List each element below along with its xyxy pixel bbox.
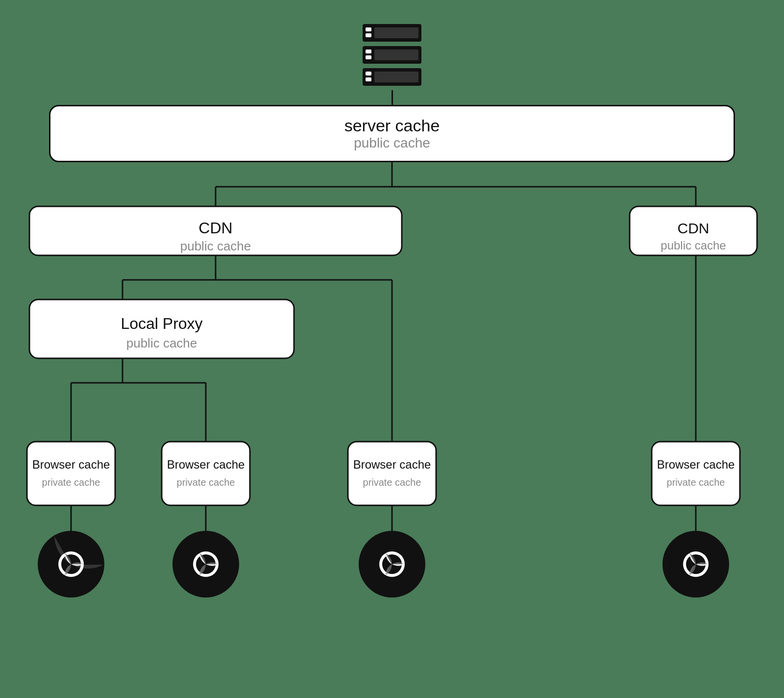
svg-rect-47	[652, 442, 740, 505]
svg-text:Browser cache: Browser cache	[32, 458, 110, 471]
svg-rect-44	[348, 442, 436, 505]
svg-rect-10	[366, 77, 371, 81]
svg-text:private cache: private cache	[177, 477, 235, 488]
svg-rect-9	[366, 72, 371, 75]
server-cache-box: server cache public cache	[49, 105, 735, 162]
svg-rect-6	[366, 55, 371, 59]
server-cache-subtitle: public cache	[354, 135, 430, 151]
svg-text:private cache: private cache	[42, 477, 100, 488]
svg-text:CDN: CDN	[198, 219, 232, 237]
svg-rect-3	[374, 27, 418, 38]
svg-rect-7	[374, 50, 418, 60]
svg-text:Local Proxy: Local Proxy	[121, 315, 202, 332]
svg-rect-5	[366, 50, 371, 53]
cache-hierarchy-diagram: server cache public cache	[24, 22, 760, 677]
svg-text:Browser cache: Browser cache	[167, 458, 245, 471]
svg-text:private cache: private cache	[667, 477, 725, 488]
server-cache-title: server cache	[344, 116, 440, 135]
tree-connections-svg: CDN public cache CDN public cache Local …	[24, 162, 760, 677]
svg-text:CDN: CDN	[678, 220, 710, 236]
svg-rect-38	[27, 442, 115, 505]
svg-text:public cache: public cache	[126, 336, 197, 350]
svg-rect-1	[366, 27, 371, 31]
v-connector-top	[392, 90, 393, 105]
svg-text:public cache: public cache	[180, 239, 251, 253]
svg-text:private cache: private cache	[363, 477, 421, 488]
svg-text:public cache: public cache	[661, 239, 726, 252]
svg-rect-2	[366, 33, 371, 37]
svg-text:Browser cache: Browser cache	[657, 458, 735, 471]
svg-rect-41	[162, 442, 250, 505]
svg-rect-11	[374, 72, 418, 82]
server-icon	[353, 22, 431, 90]
svg-text:Browser cache: Browser cache	[353, 458, 431, 471]
